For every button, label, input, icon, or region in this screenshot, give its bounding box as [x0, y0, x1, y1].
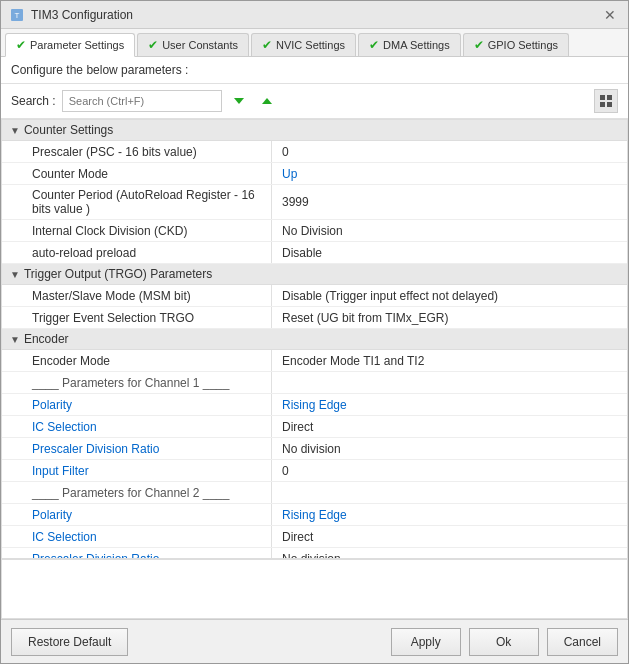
- section-label: Counter Settings: [24, 123, 113, 137]
- collapse-icon: ▼: [10, 269, 20, 280]
- table-row[interactable]: Encoder Mode Encoder Mode TI1 and TI2: [2, 350, 627, 372]
- section-label: Trigger Output (TRGO) Parameters: [24, 267, 212, 281]
- close-button[interactable]: ✕: [600, 7, 620, 23]
- param-value: Reset (UG bit from TIMx_EGR): [272, 307, 627, 328]
- grid-icon: [599, 94, 613, 108]
- param-name: Encoder Mode: [2, 350, 272, 371]
- channel-2-header: ____ Parameters for Channel 2 ____: [2, 482, 272, 503]
- param-value: [272, 372, 627, 393]
- tab-check-icon: ✔: [148, 38, 158, 52]
- svg-rect-7: [607, 102, 612, 107]
- window-title: TIM3 Configuration: [31, 8, 133, 22]
- ok-button[interactable]: Ok: [469, 628, 539, 656]
- bottom-panel: [1, 559, 628, 619]
- tab-label: GPIO Settings: [488, 39, 558, 51]
- section-encoder[interactable]: ▼ Encoder: [2, 329, 627, 350]
- param-value: No Division: [272, 220, 627, 241]
- param-value: 0: [272, 460, 627, 481]
- svg-rect-6: [600, 102, 605, 107]
- param-value: [272, 482, 627, 503]
- arrow-up-icon: [260, 94, 274, 108]
- apply-button[interactable]: Apply: [391, 628, 461, 656]
- table-row[interactable]: Prescaler Division Ratio No division: [2, 548, 627, 559]
- table-row: ____ Parameters for Channel 2 ____: [2, 482, 627, 504]
- param-value: 3999: [272, 185, 627, 219]
- svg-marker-2: [234, 98, 244, 104]
- config-header: Configure the below parameters :: [1, 57, 628, 84]
- section-trigger-output[interactable]: ▼ Trigger Output (TRGO) Parameters: [2, 264, 627, 285]
- params-table: ▼ Counter Settings Prescaler (PSC - 16 b…: [1, 119, 628, 559]
- search-bar: Search :: [1, 84, 628, 119]
- svg-rect-5: [607, 95, 612, 100]
- param-name: Prescaler (PSC - 16 bits value): [2, 141, 272, 162]
- param-name: Prescaler Division Ratio: [2, 548, 272, 559]
- search-up-button[interactable]: [256, 90, 278, 112]
- param-name: auto-reload preload: [2, 242, 272, 263]
- table-row[interactable]: IC Selection Direct: [2, 526, 627, 548]
- table-row[interactable]: Polarity Rising Edge: [2, 504, 627, 526]
- table-row[interactable]: Prescaler Division Ratio No division: [2, 438, 627, 460]
- param-value: Direct: [272, 526, 627, 547]
- cancel-button[interactable]: Cancel: [547, 628, 618, 656]
- window-icon: T: [9, 7, 25, 23]
- table-row[interactable]: Internal Clock Division (CKD) No Divisio…: [2, 220, 627, 242]
- tab-label: Parameter Settings: [30, 39, 124, 51]
- param-name: Counter Period (AutoReload Register - 16…: [2, 185, 272, 219]
- param-name: Polarity: [2, 504, 272, 525]
- collapse-icon: ▼: [10, 334, 20, 345]
- param-value: 0: [272, 141, 627, 162]
- param-name: Input Filter: [2, 460, 272, 481]
- param-value: Direct: [272, 416, 627, 437]
- search-input[interactable]: [62, 90, 222, 112]
- param-name: Internal Clock Division (CKD): [2, 220, 272, 241]
- table-row[interactable]: IC Selection Direct: [2, 416, 627, 438]
- tab-nvic-settings[interactable]: ✔ NVIC Settings: [251, 33, 356, 56]
- table-row[interactable]: Trigger Event Selection TRGO Reset (UG b…: [2, 307, 627, 329]
- section-counter-settings[interactable]: ▼ Counter Settings: [2, 120, 627, 141]
- search-label: Search :: [11, 94, 56, 108]
- collapse-icon: ▼: [10, 125, 20, 136]
- tab-parameter-settings[interactable]: ✔ Parameter Settings: [5, 33, 135, 57]
- table-row[interactable]: auto-reload preload Disable: [2, 242, 627, 264]
- param-value: Rising Edge: [272, 504, 627, 525]
- tab-check-icon: ✔: [369, 38, 379, 52]
- table-row[interactable]: Counter Mode Up: [2, 163, 627, 185]
- restore-default-button[interactable]: Restore Default: [11, 628, 128, 656]
- table-row[interactable]: Polarity Rising Edge: [2, 394, 627, 416]
- param-name: Polarity: [2, 394, 272, 415]
- content-area: Configure the below parameters : Search …: [1, 57, 628, 619]
- channel-1-header: ____ Parameters for Channel 1 ____: [2, 372, 272, 393]
- arrow-down-icon: [232, 94, 246, 108]
- svg-text:T: T: [15, 11, 20, 20]
- main-window: T TIM3 Configuration ✕ ✔ Parameter Setti…: [0, 0, 629, 664]
- svg-marker-3: [262, 98, 272, 104]
- table-row[interactable]: Input Filter 0: [2, 460, 627, 482]
- param-name: IC Selection: [2, 416, 272, 437]
- tab-bar: ✔ Parameter Settings ✔ User Constants ✔ …: [1, 29, 628, 57]
- param-value: Encoder Mode TI1 and TI2: [272, 350, 627, 371]
- table-row: ____ Parameters for Channel 1 ____: [2, 372, 627, 394]
- tab-dma-settings[interactable]: ✔ DMA Settings: [358, 33, 461, 56]
- tab-label: User Constants: [162, 39, 238, 51]
- param-value: Disable (Trigger input effect not delaye…: [272, 285, 627, 306]
- param-value: Up: [272, 163, 627, 184]
- footer: Restore Default Apply Ok Cancel: [1, 619, 628, 663]
- section-label: Encoder: [24, 332, 69, 346]
- svg-rect-4: [600, 95, 605, 100]
- tab-check-icon: ✔: [16, 38, 26, 52]
- search-down-button[interactable]: [228, 90, 250, 112]
- param-value: No division: [272, 438, 627, 459]
- table-row[interactable]: Master/Slave Mode (MSM bit) Disable (Tri…: [2, 285, 627, 307]
- param-name: Master/Slave Mode (MSM bit): [2, 285, 272, 306]
- tab-check-icon: ✔: [474, 38, 484, 52]
- tab-user-constants[interactable]: ✔ User Constants: [137, 33, 249, 56]
- table-row[interactable]: Counter Period (AutoReload Register - 16…: [2, 185, 627, 220]
- tab-gpio-settings[interactable]: ✔ GPIO Settings: [463, 33, 569, 56]
- param-value: Disable: [272, 242, 627, 263]
- footer-right-buttons: Apply Ok Cancel: [391, 628, 618, 656]
- tab-check-icon: ✔: [262, 38, 272, 52]
- table-row[interactable]: Prescaler (PSC - 16 bits value) 0: [2, 141, 627, 163]
- param-value: No division: [272, 548, 627, 559]
- tab-label: DMA Settings: [383, 39, 450, 51]
- grid-view-button[interactable]: [594, 89, 618, 113]
